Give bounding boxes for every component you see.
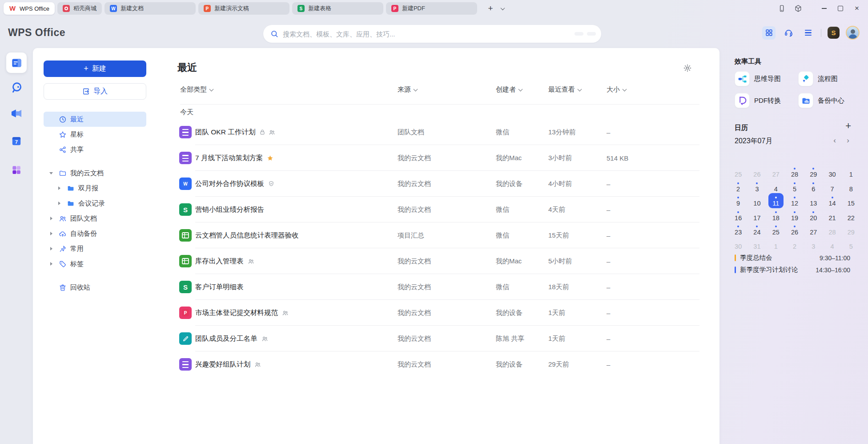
rail-app-icon[interactable]: 7 bbox=[6, 131, 27, 151]
calendar-day[interactable]: 3 bbox=[747, 179, 766, 193]
calendar-day[interactable]: 24 bbox=[747, 222, 766, 237]
calendar-day[interactable]: 11 bbox=[767, 194, 785, 208]
tool-shortcut[interactable]: 备份中心 bbox=[798, 93, 844, 108]
app-tab[interactable]: P 新建PDF bbox=[386, 2, 477, 15]
sidebar-item[interactable]: 星标 bbox=[44, 127, 146, 142]
filter-dropdown[interactable]: 全部类型 bbox=[180, 85, 213, 94]
workspace-box-icon[interactable] bbox=[793, 4, 803, 13]
calendar-day[interactable]: 27 bbox=[804, 222, 823, 237]
calendar-day[interactable]: 3 bbox=[804, 237, 823, 251]
calendar-day[interactable]: 28 bbox=[785, 165, 804, 179]
calendar-day[interactable]: 25 bbox=[729, 165, 747, 179]
file-row[interactable]: 云文档管人员信息统计表理器验收 项目汇总 微信 15天前 – bbox=[161, 222, 719, 248]
calendar-day[interactable]: 13 bbox=[804, 194, 823, 208]
calendar-event[interactable]: 季度总结会 9:30–11:00 bbox=[735, 253, 850, 262]
expand-caret-icon[interactable] bbox=[49, 171, 53, 175]
file-row[interactable]: 团队成员及分工名单 我的云文档 陈旭 共享 1天前 – bbox=[161, 326, 719, 351]
rail-app-icon[interactable] bbox=[6, 103, 27, 124]
sidebar-item[interactable]: 双月报 bbox=[44, 181, 146, 196]
search-tag[interactable] bbox=[587, 32, 596, 36]
app-tab[interactable]: W WPS Office bbox=[4, 2, 55, 15]
new-document-button[interactable]: 新建 bbox=[44, 61, 146, 77]
calendar-day[interactable]: 4 bbox=[823, 237, 841, 251]
calendar-day[interactable]: 22 bbox=[842, 208, 860, 222]
file-row[interactable]: 7 月线下活动策划方案 我的云文档 我的Mac 3小时前 514 KB bbox=[161, 145, 719, 171]
app-tab[interactable]: 稻壳商城 bbox=[57, 2, 102, 15]
calendar-day[interactable]: 5 bbox=[785, 179, 804, 193]
calendar-day[interactable]: 15 bbox=[842, 194, 860, 208]
file-row[interactable]: P 市场主体登记提交材料规范 我的云文档 我的设备 1天前 – bbox=[161, 300, 719, 326]
calendar-day[interactable]: 27 bbox=[767, 165, 785, 179]
calendar-day[interactable]: 12 bbox=[785, 194, 804, 208]
support-headset-icon[interactable] bbox=[782, 26, 795, 40]
calendar-day[interactable]: 30 bbox=[823, 165, 841, 179]
next-month-button[interactable] bbox=[844, 137, 852, 145]
search-tag[interactable] bbox=[575, 32, 583, 36]
sidebar-item[interactable]: 共享 bbox=[44, 142, 146, 157]
calendar-day[interactable]: 1 bbox=[842, 165, 860, 179]
filter-dropdown[interactable]: 大小 bbox=[607, 85, 626, 94]
calendar-day[interactable]: 14 bbox=[823, 194, 841, 208]
sidebar-item[interactable]: 会议记录 bbox=[44, 196, 146, 211]
file-row[interactable]: 库存出入管理表 我的云文档 我的Mac 5小时前 – bbox=[161, 248, 719, 274]
main-menu-icon[interactable] bbox=[801, 26, 815, 40]
calendar-day[interactable]: 25 bbox=[767, 222, 785, 237]
new-tab-button[interactable] bbox=[485, 3, 496, 14]
file-row[interactable]: S 营销小组业绩分析报告 我的云文档 微信 4天前 – bbox=[161, 197, 719, 222]
close-button[interactable] bbox=[852, 4, 862, 13]
filter-dropdown[interactable]: 创建者 bbox=[496, 85, 522, 94]
tab-list-chevron[interactable] bbox=[498, 3, 507, 14]
calendar-day[interactable]: 10 bbox=[747, 194, 766, 208]
sidebar-item[interactable]: 团队文档 bbox=[44, 211, 146, 226]
calendar-day[interactable]: 21 bbox=[823, 208, 841, 222]
calendar-day[interactable]: 6 bbox=[804, 179, 823, 193]
app-tab[interactable]: P 新建演示文稿 bbox=[198, 2, 289, 15]
minimize-button[interactable] bbox=[819, 4, 829, 13]
gear-icon[interactable] bbox=[683, 64, 692, 73]
sidebar-item[interactable]: 我的云文档 bbox=[44, 165, 146, 181]
calendar-day[interactable]: 9 bbox=[729, 194, 747, 208]
mobile-connect-icon[interactable] bbox=[777, 4, 787, 13]
filter-dropdown[interactable]: 最近查看 bbox=[548, 85, 581, 94]
filter-dropdown[interactable]: 来源 bbox=[398, 85, 417, 94]
file-row[interactable]: W 公司对外合作协议模板 我的云文档 我的设备 4小时前 – bbox=[161, 171, 719, 197]
calendar-day[interactable]: 31 bbox=[747, 237, 766, 251]
calendar-day[interactable]: 29 bbox=[842, 222, 860, 237]
calendar-day[interactable]: 5 bbox=[842, 237, 860, 251]
file-row[interactable]: 兴趣爱好组队计划 我的云文档 我的设备 29天前 – bbox=[161, 351, 719, 377]
svip-badge-icon[interactable]: S bbox=[828, 27, 840, 39]
sidebar-item[interactable]: 自动备份 bbox=[44, 226, 146, 241]
expand-caret-icon[interactable] bbox=[49, 216, 53, 221]
maximize-button[interactable] bbox=[836, 4, 845, 13]
calendar-event[interactable]: 新季度学习计划讨论 14:30–16:00 bbox=[735, 265, 850, 274]
tool-shortcut[interactable]: PDF转换 bbox=[735, 93, 781, 108]
file-row[interactable]: S 客户订单明细表 我的云文档 微信 18天前 – bbox=[161, 274, 719, 300]
calendar-day[interactable]: 2 bbox=[729, 179, 747, 193]
calendar-day[interactable]: 30 bbox=[729, 237, 747, 251]
rail-app-icon[interactable] bbox=[6, 52, 27, 73]
calendar-day[interactable]: 8 bbox=[842, 179, 860, 193]
expand-caret-icon[interactable] bbox=[49, 231, 53, 236]
file-row[interactable]: 团队 OKR 工作计划 团队文档 微信 13分钟前 – bbox=[161, 119, 719, 145]
calendar-day[interactable]: 26 bbox=[747, 165, 766, 179]
avatar[interactable] bbox=[846, 26, 860, 40]
search-input[interactable] bbox=[283, 30, 571, 38]
app-tab[interactable]: W 新建文档 bbox=[104, 2, 196, 15]
app-tab[interactable]: S 新建表格 bbox=[292, 2, 383, 15]
expand-caret-icon[interactable] bbox=[57, 186, 61, 190]
calendar-day[interactable]: 18 bbox=[767, 208, 785, 222]
sidebar-item[interactable]: 回收站 bbox=[44, 280, 146, 295]
tool-shortcut[interactable]: 流程图 bbox=[798, 71, 838, 86]
expand-caret-icon[interactable] bbox=[57, 201, 61, 206]
calendar-day[interactable]: 7 bbox=[823, 179, 841, 193]
calendar-day[interactable]: 23 bbox=[729, 222, 747, 237]
calendar-day[interactable]: 19 bbox=[785, 208, 804, 222]
calendar-day[interactable]: 4 bbox=[767, 179, 785, 193]
rail-app-icon[interactable] bbox=[6, 160, 27, 180]
search-bar[interactable] bbox=[263, 25, 601, 43]
sidebar-item[interactable]: 标签 bbox=[44, 256, 146, 271]
calendar-day[interactable]: 1 bbox=[767, 237, 785, 251]
apps-grid-icon[interactable] bbox=[762, 26, 776, 40]
import-button[interactable]: 导入 bbox=[44, 83, 146, 100]
calendar-day[interactable]: 26 bbox=[785, 222, 804, 237]
